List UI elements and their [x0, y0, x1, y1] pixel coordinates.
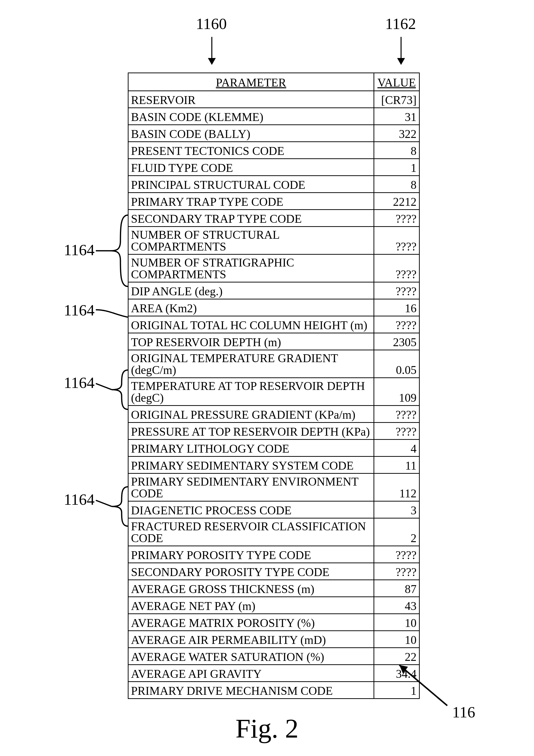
parameter-cell: AVERAGE MATRIX POROSITY (%) — [128, 614, 374, 631]
value-cell: 2 — [374, 518, 420, 546]
value-cell: 8 — [374, 142, 420, 159]
parameter-cell: DIAGENETIC PROCESS CODE — [128, 501, 374, 518]
value-cell: 0.05 — [374, 350, 420, 378]
value-cell: 11 — [374, 457, 420, 473]
table-row: ORIGINAL TEMPERATURE GRADIENT (degC/m)0.… — [128, 350, 420, 378]
table-header-row: PARAMETER VALUE — [128, 73, 420, 91]
table-row: PRIMARY SEDIMENTARY ENVIRONMENT CODE112 — [128, 473, 420, 501]
table-row: TEMPERATURE AT TOP RESERVOIR DEPTH (degC… — [128, 378, 420, 406]
table-row: PRESENT TECTONICS CODE8 — [128, 142, 420, 159]
value-cell: ???? — [374, 423, 420, 440]
value-cell: 16 — [374, 299, 420, 316]
header-parameter: PARAMETER — [128, 73, 374, 91]
pointer-label-1164: 1164 — [45, 241, 95, 259]
value-cell: 109 — [374, 378, 420, 406]
table-row: AREA (Km2)16 — [128, 299, 420, 316]
parameter-cell: PRIMARY POROSITY TYPE CODE — [128, 546, 374, 563]
value-cell: 31 — [374, 108, 420, 125]
table-row: PRESSURE AT TOP RESERVOIR DEPTH (KPa)???… — [128, 423, 420, 440]
table-row: BASIN CODE (BALLY)322 — [128, 125, 420, 142]
parameter-cell: AVERAGE GROSS THICKNESS (m) — [128, 580, 374, 597]
table-row: ORIGINAL PRESSURE GRADIENT (KPa/m)???? — [128, 406, 420, 423]
svg-line-1 — [96, 384, 112, 390]
value-cell: 112 — [374, 473, 420, 501]
value-cell: 3 — [374, 501, 420, 518]
parameter-cell: PRIMARY TRAP TYPE CODE — [128, 193, 374, 210]
parameter-cell: AVERAGE AIR PERMEABILITY (mD) — [128, 631, 374, 648]
curly-brace-icon — [93, 369, 130, 411]
table-row: FLUID TYPE CODE1 — [128, 159, 420, 176]
table-row: AVERAGE AIR PERMEABILITY (mD)10 — [128, 631, 420, 648]
parameter-cell: BASIN CODE (BALLY) — [128, 125, 374, 142]
table-row: RESERVOIR[CR73] — [128, 91, 420, 108]
table-row: PRIMARY SEDIMENTARY SYSTEM CODE11 — [128, 457, 420, 473]
value-cell: ???? — [374, 255, 420, 282]
table-row: AVERAGE GROSS THICKNESS (m)87 — [128, 580, 420, 597]
value-cell: 87 — [374, 580, 420, 597]
parameter-cell: SECONDARY POROSITY TYPE CODE — [128, 563, 374, 580]
table-row: BASIN CODE (KLEMME)31 — [128, 108, 420, 125]
table-row: PRINCIPAL STRUCTURAL CODE8 — [128, 176, 420, 193]
leader-line-icon — [93, 302, 130, 325]
table-row: PRIMARY POROSITY TYPE CODE???? — [128, 546, 420, 563]
table-row: AVERAGE API GRAVITY34.4 — [128, 665, 420, 682]
value-cell: [CR73] — [374, 91, 420, 108]
table-row: AVERAGE MATRIX POROSITY (%)10 — [128, 614, 420, 631]
leader-arrow-icon — [386, 657, 455, 713]
figure-caption: Fig. 2 — [0, 713, 534, 744]
parameter-cell: FRACTURED RESERVOIR CLASSIFICATION CODE — [128, 518, 374, 546]
parameter-cell: ORIGINAL PRESSURE GRADIENT (KPa/m) — [128, 406, 374, 423]
pointer-label-1160: 1160 — [187, 15, 236, 33]
parameter-cell: PRINCIPAL STRUCTURAL CODE — [128, 176, 374, 193]
parameter-table: PARAMETER VALUE RESERVOIR[CR73]BASIN COD… — [128, 72, 420, 699]
parameter-cell: NUMBER OF STRUCTURAL COMPARTMENTS — [128, 227, 374, 255]
table-row: NUMBER OF STRUCTURAL COMPARTMENTS???? — [128, 227, 420, 255]
parameter-cell: NUMBER OF STRATIGRAPHIC COMPARTMENTS — [128, 255, 374, 282]
value-cell: 10 — [374, 614, 420, 631]
parameter-cell: PRESSURE AT TOP RESERVOIR DEPTH (KPa) — [128, 423, 374, 440]
arrow-down-icon — [398, 37, 403, 64]
parameter-cell: PRIMARY DRIVE MECHANISM CODE — [128, 682, 374, 699]
value-cell: ???? — [374, 227, 420, 255]
header-value: VALUE — [374, 73, 420, 91]
table-row: SECONDARY POROSITY TYPE CODE???? — [128, 563, 420, 580]
parameter-cell: PRIMARY SEDIMENTARY ENVIRONMENT CODE — [128, 473, 374, 501]
value-cell: ???? — [374, 546, 420, 563]
pointer-label-1164: 1164 — [45, 301, 95, 319]
parameter-cell: BASIN CODE (KLEMME) — [128, 108, 374, 125]
parameter-cell: ORIGINAL TEMPERATURE GRADIENT (degC/m) — [128, 350, 374, 378]
table-row: AVERAGE NET PAY (m)43 — [128, 597, 420, 614]
table-row: PRIMARY TRAP TYPE CODE2212 — [128, 193, 420, 210]
parameter-cell: ORIGINAL TOTAL HC COLUMN HEIGHT (m) — [128, 316, 374, 333]
pointer-label-1164: 1164 — [45, 491, 95, 509]
table-row: FRACTURED RESERVOIR CLASSIFICATION CODE2 — [128, 518, 420, 546]
table-row: DIAGENETIC PROCESS CODE3 — [128, 501, 420, 518]
parameter-cell: PRESENT TECTONICS CODE — [128, 142, 374, 159]
value-cell: ???? — [374, 210, 420, 227]
parameter-cell: DIP ANGLE (deg.) — [128, 282, 374, 299]
value-cell: 10 — [374, 631, 420, 648]
parameter-cell: FLUID TYPE CODE — [128, 159, 374, 176]
parameter-cell: AVERAGE WATER SATURATION (%) — [128, 648, 374, 665]
arrow-down-icon — [209, 37, 214, 64]
table-row: TOP RESERVOIR DEPTH (m)2305 — [128, 333, 420, 350]
value-cell: 322 — [374, 125, 420, 142]
parameter-cell: PRIMARY SEDIMENTARY SYSTEM CODE — [128, 457, 374, 473]
pointer-label-1164: 1164 — [45, 374, 95, 392]
parameter-cell: TOP RESERVOIR DEPTH (m) — [128, 333, 374, 350]
parameter-cell: AVERAGE NET PAY (m) — [128, 597, 374, 614]
value-cell: 43 — [374, 597, 420, 614]
svg-marker-4 — [399, 665, 408, 674]
parameter-cell: TEMPERATURE AT TOP RESERVOIR DEPTH (degC… — [128, 378, 374, 406]
table-row: SECONDARY TRAP TYPE CODE???? — [128, 210, 420, 227]
svg-line-3 — [399, 665, 447, 706]
parameter-table-container: PARAMETER VALUE RESERVOIR[CR73]BASIN COD… — [128, 72, 419, 699]
table-row: AVERAGE WATER SATURATION (%)22 — [128, 648, 420, 665]
parameter-cell: AVERAGE API GRAVITY — [128, 665, 374, 682]
value-cell: ???? — [374, 406, 420, 423]
table-row: PRIMARY DRIVE MECHANISM CODE1 — [128, 682, 420, 699]
pointer-label-1162: 1162 — [376, 15, 425, 33]
parameter-cell: SECONDARY TRAP TYPE CODE — [128, 210, 374, 227]
value-cell: ???? — [374, 563, 420, 580]
parameter-cell: PRIMARY LITHOLOGY CODE — [128, 440, 374, 457]
